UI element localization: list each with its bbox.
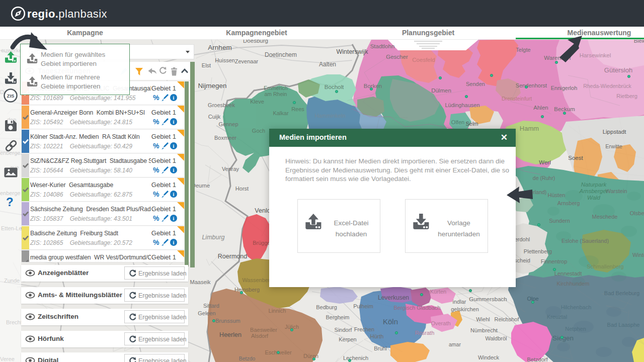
svg-text:Gummersbach: Gummersbach bbox=[469, 296, 507, 302]
svg-text:Boxmeer: Boxmeer bbox=[214, 135, 236, 141]
svg-text:%: % bbox=[153, 142, 159, 150]
svg-text:Plettenberg: Plettenberg bbox=[524, 248, 552, 254]
svg-text:i: i bbox=[173, 240, 175, 245]
svg-text:%: % bbox=[153, 118, 159, 126]
svg-text:Warstein: Warstein bbox=[606, 188, 627, 194]
svg-text:Gennep: Gennep bbox=[218, 121, 238, 127]
svg-text:Groesbeek: Groesbeek bbox=[208, 102, 235, 108]
svg-text:Soest: Soest bbox=[568, 155, 583, 161]
svg-text:Brühl: Brühl bbox=[374, 345, 387, 351]
svg-text:Bedburg: Bedburg bbox=[316, 304, 337, 310]
svg-text:Nijmegen: Nijmegen bbox=[198, 82, 226, 89]
svg-text:Linnich: Linnich bbox=[269, 308, 286, 314]
svg-text:Kreuztal: Kreuztal bbox=[547, 314, 567, 320]
svg-text:Borken: Borken bbox=[364, 83, 382, 89]
svg-text:Elst: Elst bbox=[202, 62, 211, 68]
svg-text:Kalkar: Kalkar bbox=[273, 110, 289, 116]
svg-text:Rosrath: Rosrath bbox=[415, 330, 435, 336]
svg-text:%: % bbox=[153, 214, 159, 222]
svg-text:Winte: Winte bbox=[632, 252, 644, 258]
svg-text:Arnhem: Arnhem bbox=[208, 44, 231, 51]
svg-text:Selm: Selm bbox=[465, 121, 478, 127]
svg-text:Zevenaar: Zevenaar bbox=[235, 58, 259, 64]
svg-text:Brunssum: Brunssum bbox=[215, 318, 240, 324]
svg-text:i: i bbox=[173, 216, 175, 221]
svg-text:Betzdorf: Betzdorf bbox=[527, 356, 548, 362]
svg-text:Kirchhundem: Kirchhundem bbox=[557, 281, 590, 287]
svg-text:Lechenich: Lechenich bbox=[343, 355, 368, 361]
svg-text:Sendenhorst: Sendenhorst bbox=[516, 82, 547, 88]
svg-text:%: % bbox=[153, 94, 159, 102]
svg-text:Kerpen: Kerpen bbox=[339, 336, 356, 342]
svg-text:Heinsberg: Heinsberg bbox=[234, 287, 260, 293]
svg-text:%: % bbox=[153, 166, 159, 174]
svg-text:Rietberg: Rietberg bbox=[616, 93, 637, 99]
svg-text:Ennigerloh: Ennigerloh bbox=[551, 85, 578, 91]
svg-text:Venlo: Venlo bbox=[255, 207, 270, 214]
svg-text:Naturpark: Naturpark bbox=[581, 182, 607, 188]
svg-text:?: ? bbox=[6, 195, 14, 209]
svg-text:ZIS: ZIS bbox=[7, 93, 15, 99]
svg-text:i: i bbox=[173, 119, 175, 125]
svg-text:Ahlen: Ahlen bbox=[533, 105, 548, 111]
svg-text:erland): erland) bbox=[530, 189, 547, 195]
svg-text:Netphen: Netphen bbox=[565, 326, 586, 332]
svg-text:Meschede: Meschede bbox=[592, 214, 618, 220]
svg-text:Rheda-Wiedenbrück: Rheda-Wiedenbrück bbox=[583, 83, 631, 89]
svg-text:Warendorf: Warendorf bbox=[544, 55, 571, 61]
svg-text:Kürten: Kürten bbox=[430, 289, 446, 295]
svg-text:Schmallenberg: Schmallenberg bbox=[587, 263, 623, 269]
svg-text:Finnentrop: Finnentrop bbox=[541, 258, 568, 264]
svg-text:Roermond: Roermond bbox=[218, 253, 247, 260]
svg-text:Overath: Overath bbox=[431, 320, 450, 326]
svg-text:Pulheim: Pulheim bbox=[353, 303, 373, 309]
svg-text:Goch: Goch bbox=[252, 128, 265, 134]
svg-text:Wiehl: Wiehl bbox=[476, 316, 490, 322]
svg-text:Telgte: Telgte bbox=[516, 47, 530, 53]
svg-text:Hilchenbach: Hilchenbach bbox=[561, 304, 592, 310]
svg-text:Lennestadt: Lennestadt bbox=[554, 270, 582, 277]
svg-text:Horst: Horst bbox=[235, 186, 249, 192]
svg-text:Reichshof: Reichshof bbox=[495, 316, 520, 322]
svg-text:de (Ruhr): de (Ruhr) bbox=[533, 175, 555, 181]
svg-text:Harsewinkel: Harsewinkel bbox=[580, 52, 611, 58]
svg-text:Bad Berleburg: Bad Berleburg bbox=[604, 290, 639, 296]
svg-text:Olfen: Olfen bbox=[451, 119, 464, 125]
svg-text:Windeck: Windeck bbox=[478, 354, 500, 360]
svg-text:i: i bbox=[173, 167, 175, 173]
svg-text:Baesweiler: Baesweiler bbox=[250, 327, 277, 333]
svg-text:Erwitte: Erwitte bbox=[605, 143, 622, 149]
svg-text:Arnsberger: Arnsberger bbox=[579, 188, 609, 194]
svg-text:Wald: Wald bbox=[587, 195, 601, 201]
svg-text:Brügge: Brügge bbox=[253, 240, 270, 246]
svg-text:i: i bbox=[173, 143, 175, 149]
svg-text:Drensteinfurt: Drensteinfurt bbox=[502, 96, 532, 102]
svg-text:Rees: Rees bbox=[291, 106, 304, 112]
svg-text:i: i bbox=[173, 192, 175, 197]
svg-text:am Rhein: am Rhein bbox=[265, 91, 287, 97]
svg-text:Olsber: Olsber bbox=[630, 210, 644, 216]
svg-text:Maaseik: Maaseik bbox=[190, 279, 211, 285]
svg-text:Gescher: Gescher bbox=[386, 54, 408, 60]
svg-text:Betzdo: Betzdo bbox=[239, 355, 256, 361]
svg-text:Eslohe (Sauerland): Eslohe (Sauerland) bbox=[561, 238, 609, 244]
svg-text:Bergisch Gladbach: Bergisch Gladbach bbox=[394, 305, 441, 311]
svg-text:indlar: indlar bbox=[453, 299, 466, 305]
svg-text:Bergheim: Bergheim bbox=[326, 314, 349, 320]
svg-text:Coesfeld: Coesfeld bbox=[412, 57, 435, 63]
svg-text:Düren: Düren bbox=[303, 353, 318, 359]
svg-text:Hüsten: Hüsten bbox=[548, 192, 566, 198]
svg-text:%: % bbox=[153, 190, 159, 198]
svg-text:Hamminkeln: Hamminkeln bbox=[314, 113, 345, 119]
svg-text:Frechen: Frechen bbox=[354, 326, 374, 332]
svg-text:Geleen: Geleen bbox=[198, 310, 215, 316]
svg-text:Lüdinghausen: Lüdinghausen bbox=[445, 102, 479, 108]
svg-text:Waldbröl: Waldbröl bbox=[486, 335, 507, 341]
svg-text:Alsdorf: Alsdorf bbox=[251, 333, 269, 339]
svg-text:Nümbrecht: Nümbrecht bbox=[470, 327, 498, 333]
svg-text:Limburg: Limburg bbox=[202, 234, 224, 241]
svg-text:Hürth: Hürth bbox=[370, 333, 384, 339]
svg-text:Doetinchem: Doetinchem bbox=[265, 51, 297, 58]
svg-text:Hamm: Hamm bbox=[520, 125, 539, 132]
svg-text:Sundern: Sundern bbox=[549, 218, 570, 224]
